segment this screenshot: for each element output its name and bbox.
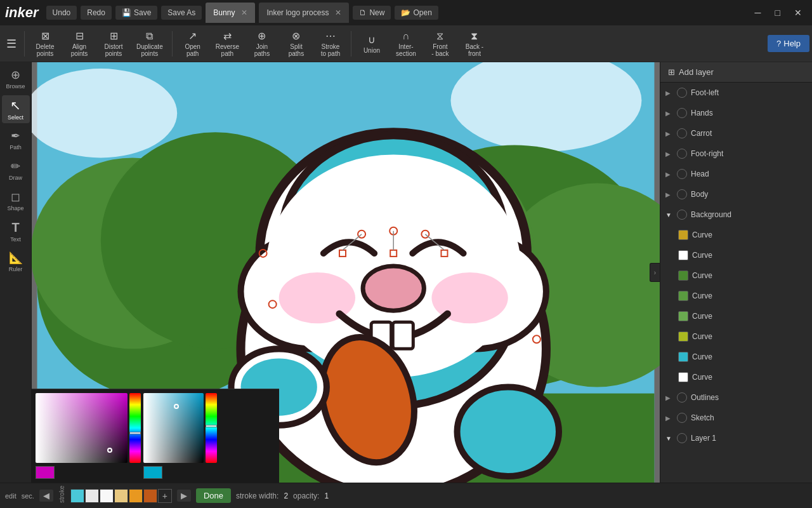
ruler-tool[interactable]: 📐 Ruler [2, 248, 30, 276]
tab-close-bunny[interactable]: ✕ [241, 8, 247, 17]
new-button[interactable]: 🗋 New [353, 6, 391, 20]
duplicate-points-button[interactable]: ⧉ Duplicatepoints [131, 28, 168, 60]
primary-color-gradient[interactable] [36, 393, 128, 463]
front-back-button[interactable]: ⧖ Front- back [424, 28, 457, 60]
color-picker-area[interactable] [32, 389, 279, 483]
svg-rect-32 [339, 250, 346, 257]
shape-tool[interactable]: ◻ Shape [2, 187, 30, 215]
primary-gradient-cursor[interactable] [107, 448, 112, 453]
distort-points-button[interactable]: ⊞ Distortpoints [97, 27, 130, 60]
secondary-hue-strip[interactable] [206, 393, 217, 463]
draw-icon: ✏ [11, 159, 20, 173]
path-icon: ✒ [11, 129, 20, 143]
layer-item-hands[interactable]: ▶ Hands [660, 103, 812, 123]
layer-visibility-foot-left[interactable] [677, 88, 687, 98]
swatch-1[interactable] [70, 489, 84, 503]
redo-button[interactable]: Redo [81, 6, 112, 20]
layer-item-curve7[interactable]: Curve [660, 347, 812, 367]
layer-arrow: ▶ [665, 150, 673, 157]
back-front-icon: ⧗ [471, 30, 478, 42]
layer-color-curve8 [678, 372, 688, 382]
done-button[interactable]: Done [196, 488, 231, 503]
stroke-to-path-button[interactable]: ⋯ Stroketo path [314, 27, 347, 60]
tab-inker-logo[interactable]: Inker logo process ✕ [259, 3, 349, 23]
swatch-3[interactable] [100, 489, 114, 503]
join-paths-button[interactable]: ⊕ Joinpaths [246, 27, 278, 60]
draw-tool[interactable]: ✏ Draw [2, 156, 30, 184]
save-button[interactable]: 💾 Save [115, 6, 157, 20]
layer-item-foot-right[interactable]: ▶ Foot-right [660, 144, 812, 164]
select-tool[interactable]: ↖ Select [2, 95, 30, 123]
layer-item-curve6[interactable]: Curve [660, 326, 812, 347]
delete-points-button[interactable]: ⊠ Deletepoints [29, 27, 62, 60]
join-paths-icon: ⊕ [258, 30, 266, 42]
opacity-label: opacity: [293, 491, 319, 500]
reverse-path-button[interactable]: ⇄ Reversepath [211, 27, 244, 60]
menu-button[interactable]: ☰ [3, 33, 20, 55]
stroke-label: stroke [58, 489, 65, 503]
secondary-hue-cursor [206, 425, 217, 427]
help-button[interactable]: ? Help [768, 35, 809, 52]
text-tool[interactable]: T Text [2, 217, 30, 245]
minimize-button[interactable]: ─ [750, 5, 766, 20]
layer-item-body[interactable]: ▶ Body [660, 184, 812, 204]
save-as-button[interactable]: Save As [161, 6, 202, 20]
right-panel: ⊞ Add layer ▶ Foot-left ▶ Hands ▶ Carrot [660, 62, 812, 483]
path-tool[interactable]: ✒ Path [2, 126, 30, 154]
layer-item-curve8[interactable]: Curve [660, 367, 812, 387]
undo-button[interactable]: Undo [46, 6, 77, 20]
swatch-6[interactable] [143, 489, 157, 503]
layer-item-layer1[interactable]: ▼ Layer 1 [660, 428, 812, 448]
reverse-path-icon: ⇄ [223, 30, 232, 42]
arrow-left-button[interactable]: ◀ [39, 490, 53, 502]
add-swatch-button[interactable]: + [158, 489, 172, 503]
swatch-2[interactable] [85, 489, 99, 503]
layer-item-background[interactable]: ▼ Background [660, 204, 812, 225]
layer-visibility-body[interactable] [677, 189, 687, 199]
layer-visibility-outlines[interactable] [677, 392, 687, 403]
union-button[interactable]: ∪ Union [355, 31, 388, 57]
open-button[interactable]: 📂 Open [395, 6, 438, 20]
app-logo: inker [5, 4, 39, 21]
panel-toggle-button[interactable]: › [650, 263, 660, 282]
shape-icon: ◻ [11, 190, 20, 204]
layer-item-curve3[interactable]: Curve [660, 265, 812, 286]
layer-item-curve1[interactable]: Curve [660, 225, 812, 245]
layer-item-carrot[interactable]: ▶ Carrot [660, 123, 812, 144]
layer-visibility-background[interactable] [677, 210, 687, 220]
layer-visibility-foot-right[interactable] [677, 149, 687, 159]
canvas-area[interactable] [32, 62, 660, 483]
layer-item-sketch[interactable]: ▶ Sketch [660, 408, 812, 428]
secondary-gradient-cursor[interactable] [174, 404, 179, 409]
layer-item-outlines[interactable]: ▶ Outlines [660, 387, 812, 408]
layer-item-curve5[interactable]: Curve [660, 306, 812, 326]
primary-hue-strip[interactable] [129, 393, 141, 463]
back-front-button[interactable]: ⧗ Back -front [458, 28, 491, 60]
layer-item-head[interactable]: ▶ Head [660, 164, 812, 184]
delete-points-icon: ⊠ [41, 30, 49, 42]
layer-item-foot-left[interactable]: ▶ Foot-left [660, 83, 812, 103]
secondary-color-swatch [143, 466, 162, 479]
layer-visibility-sketch[interactable] [677, 413, 687, 423]
intersection-button[interactable]: ∩ Inter-section [390, 28, 422, 60]
browse-tool[interactable]: ⊕ Browse [2, 65, 30, 93]
stroke-width-label: stroke width: [236, 491, 278, 500]
layer-item-curve2[interactable]: Curve [660, 245, 812, 265]
tab-bunny[interactable]: Bunny ✕ [206, 3, 255, 23]
maximize-button[interactable]: □ [770, 5, 785, 20]
layer-visibility-hands[interactable] [677, 108, 687, 118]
layer-visibility-head[interactable] [677, 169, 687, 179]
layer-item-curve4[interactable]: Curve [660, 286, 812, 306]
align-points-button[interactable]: ⊟ Alignpoints [63, 27, 96, 60]
open-path-button[interactable]: ↗ Openpath [176, 27, 209, 60]
layer-visibility-carrot[interactable] [677, 128, 687, 138]
add-layer-button[interactable]: ⊞ Add layer [660, 62, 812, 83]
secondary-color-gradient[interactable] [143, 393, 204, 463]
swatch-4[interactable] [114, 489, 128, 503]
split-paths-button[interactable]: ⊗ Splitpaths [280, 27, 313, 60]
arrow-right-button[interactable]: ▶ [177, 490, 191, 502]
close-button[interactable]: ✕ [789, 5, 807, 20]
layer-visibility-layer1[interactable] [677, 433, 687, 443]
tab-close-inker-logo[interactable]: ✕ [335, 8, 341, 17]
swatch-5[interactable] [129, 489, 143, 503]
